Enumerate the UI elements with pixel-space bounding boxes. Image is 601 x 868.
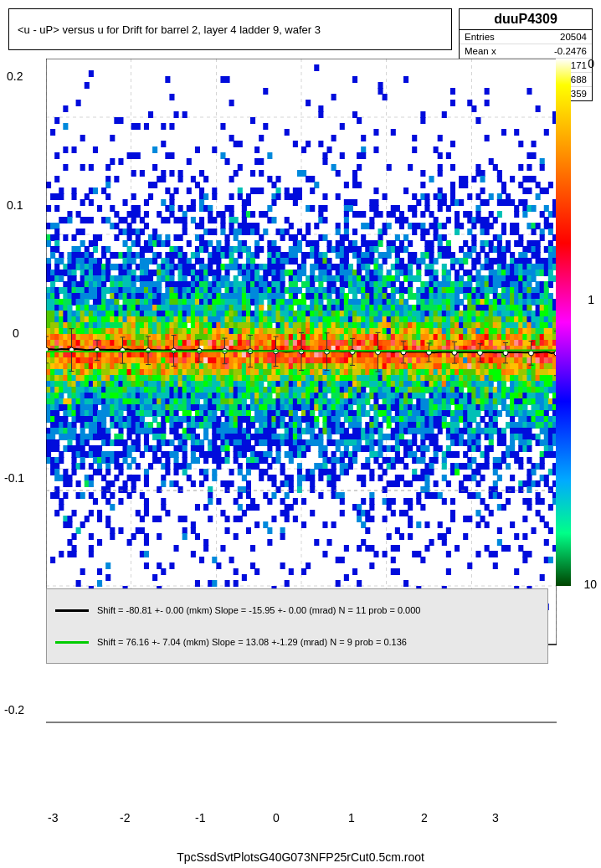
stats-entries: Entries 20504 — [460, 30, 592, 44]
legend-black-text: Shift = -80.81 +- 0.00 (mkm) Slope = -15… — [97, 605, 420, 615]
entries-value: 20504 — [560, 32, 587, 42]
x-tick-2: 2 — [421, 811, 428, 824]
entries-label: Entries — [465, 32, 495, 42]
y-tick-0: 0 — [13, 326, 19, 340]
x-tick-neg1: -1 — [195, 811, 205, 824]
main-container: <u - uP> versus u for Drift for barrel 2… — [0, 0, 601, 868]
legend-green-line — [55, 641, 89, 644]
y-tick-0.2: 0.2 — [7, 69, 23, 83]
filename: TpcSsdSvtPlotsG40G073NFP25rCut0.5cm.root — [0, 850, 601, 864]
title-text: <u - uP> versus u for Drift for barrel 2… — [18, 23, 321, 36]
stats-mean-x: Mean x -0.2476 — [460, 44, 592, 59]
mean-x-value: -0.2476 — [554, 46, 587, 56]
x-tick-neg2: -2 — [120, 811, 130, 824]
plot-canvas — [46, 59, 557, 787]
legend-black-line — [55, 609, 89, 612]
legend-green: Shift = 76.16 +- 7.04 (mkm) Slope = 13.0… — [55, 637, 539, 647]
y-tick-neg0.1: -0.1 — [4, 471, 24, 485]
legend-green-text: Shift = 76.16 +- 7.04 (mkm) Slope = 13.0… — [97, 637, 407, 647]
y-tick-neg0.2: -0.2 — [4, 703, 24, 716]
plot-title: <u - uP> versus u for Drift for barrel 2… — [8, 8, 452, 50]
x-tick-neg3: -3 — [48, 811, 58, 824]
x-tick-0: 0 — [273, 811, 280, 824]
legend-black: Shift = -80.81 +- 0.00 (mkm) Slope = -15… — [55, 605, 539, 615]
x-tick-1: 1 — [348, 811, 355, 824]
color-scale-bar — [556, 59, 571, 586]
mean-x-label: Mean x — [465, 46, 496, 56]
color-scale-min: 10 — [583, 578, 597, 591]
y-tick-0.1: 0.1 — [7, 198, 23, 212]
stats-title: duuP4309 — [460, 9, 592, 30]
x-tick-3: 3 — [492, 811, 499, 824]
legend-box: Shift = -80.81 +- 0.00 (mkm) Slope = -15… — [46, 588, 548, 664]
color-scale-mid: 1 — [588, 293, 594, 306]
color-scale-max: 0 — [588, 57, 594, 70]
